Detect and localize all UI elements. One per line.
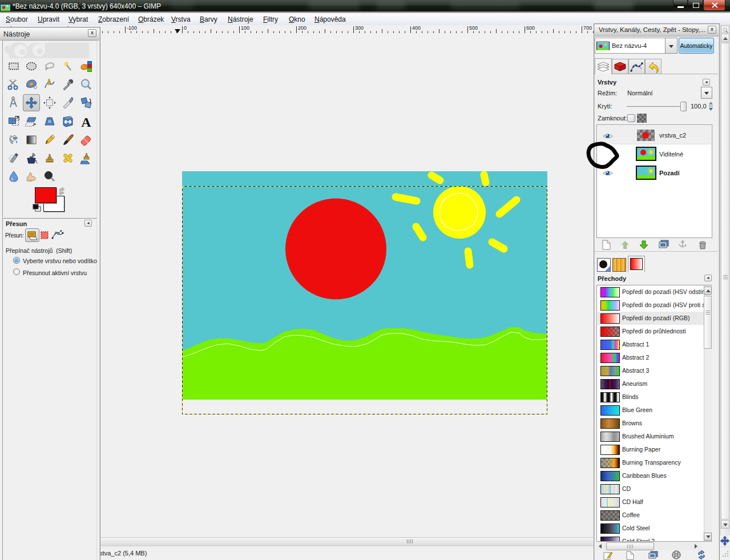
svg-text:A: A xyxy=(81,115,91,128)
svg-text:P: P xyxy=(55,231,58,235)
